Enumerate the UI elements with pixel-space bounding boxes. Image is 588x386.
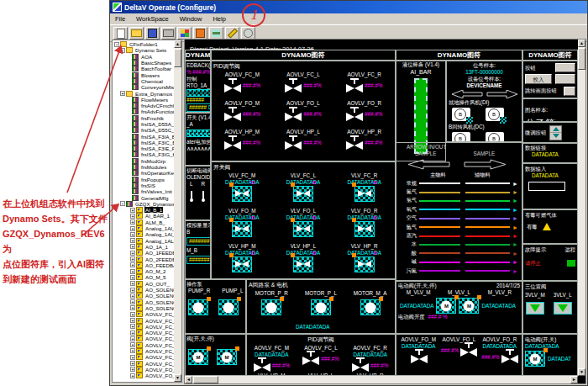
palette-symbol[interactable]: AOVLV_FO_R ###.#% xyxy=(333,100,395,129)
warning-triangle-icon[interactable] xyxy=(543,223,551,230)
palette-symbol[interactable]: VLV_FC_L DATADATADA xyxy=(273,172,334,208)
legend-row[interactable]: 氢气 xyxy=(398,197,522,205)
palette-symbol[interactable]: AOVLV_FC_L ###.#% xyxy=(273,71,334,100)
tree-item[interactable]: + AOVLV_FC_R_ xyxy=(113,354,174,360)
tree-item[interactable]: Chemical xyxy=(113,78,174,84)
scroll-left-icon[interactable]: ◄ xyxy=(185,376,192,383)
tree-expand-box[interactable]: + xyxy=(130,367,135,372)
canvas-vscrollbar[interactable]: ▲ ▼ xyxy=(578,40,585,376)
tree-expand-box[interactable]: + xyxy=(130,262,135,267)
motor-valve-icon[interactable]: M xyxy=(525,351,545,367)
tree-item[interactable]: frsISA_F3IA_B xyxy=(113,133,174,139)
tree-item[interactable]: frsSIS xyxy=(113,182,174,188)
tree-item[interactable]: + Extra_Dynamos xyxy=(113,90,174,96)
tree-expand-box[interactable]: + xyxy=(130,238,135,243)
tree-item[interactable]: + Analog_1AI_9 xyxy=(113,231,174,237)
tree-expand-box[interactable]: + xyxy=(130,226,135,231)
tree-item[interactable]: GeneralMfg xyxy=(113,194,174,200)
tree-item[interactable]: + AOVLV_FO_L_ xyxy=(113,367,174,373)
fan-icon[interactable]: B xyxy=(486,108,504,121)
tree-item[interactable]: + ALM_B_ xyxy=(113,219,174,225)
tree-item[interactable]: + AO_2FEEDBACK_ xyxy=(113,256,174,262)
tree-item[interactable]: + AI_BAR_1 xyxy=(113,213,174,219)
palette-symbol[interactable]: AOVLV_FC_M DATADATADA ###.#% xyxy=(247,345,297,373)
fan-icon[interactable]: B xyxy=(452,132,470,142)
solenoid-icon[interactable] xyxy=(189,191,194,202)
palette-symbol[interactable]: VLV_FC_M DATADATADA xyxy=(212,172,273,208)
data-input-field[interactable] xyxy=(528,182,565,191)
legend-row[interactable]: 氩气 xyxy=(398,223,522,231)
legend-row[interactable]: 蒸汽 xyxy=(398,231,522,240)
tree-expand-box[interactable]: + xyxy=(130,293,135,299)
tree-item[interactable]: FlowMeters xyxy=(113,97,174,103)
scroll-down-icon[interactable]: ▼ xyxy=(174,374,181,382)
tree-expand-box[interactable]: + xyxy=(130,336,135,341)
tree-expand-box[interactable]: + xyxy=(130,312,135,317)
data-display[interactable]: ###### DATA xyxy=(186,103,211,112)
tree-item[interactable]: frsAdvCFmchlk xyxy=(113,103,174,108)
tree-item[interactable]: frsModules xyxy=(113,164,174,170)
sample-arrow-right-icon[interactable] xyxy=(464,159,507,170)
tree-item[interactable]: + AOVLV_FC_M_2 xyxy=(113,330,174,336)
menu-item[interactable]: Window xyxy=(180,15,202,23)
analog-display[interactable]: ####### DATA xyxy=(186,237,211,246)
tree-item[interactable]: - CFixFolder1 xyxy=(113,41,174,47)
left-arrow-icon[interactable] xyxy=(451,90,483,98)
motor-valve-icon[interactable]: M xyxy=(217,349,237,365)
palette-symbol[interactable]: VLV_HP_L DATADATADA xyxy=(273,243,334,278)
tree-item[interactable]: frsISA_F3IC_B xyxy=(113,140,174,145)
tree-item[interactable]: + AO_M_2 xyxy=(113,268,174,274)
tree-expand-box[interactable]: + xyxy=(130,355,135,360)
tree-item[interactable]: frsISA_F3IG_H_I xyxy=(113,151,174,157)
palette-symbol[interactable]: AOVLV_FC_M ###.#% xyxy=(212,71,273,100)
tree-expand-box[interactable]: - xyxy=(120,201,125,206)
tree-item[interactable]: frsOperatorKeyBoa xyxy=(113,170,174,176)
palette-symbol[interactable]: MOTOR_P_L xyxy=(297,290,346,324)
toolbar-button[interactable] xyxy=(193,27,207,40)
motor-valve-icon[interactable]: M xyxy=(459,298,479,314)
legend-row[interactable]: 碱 xyxy=(398,258,522,267)
switch-value-box[interactable] xyxy=(186,130,211,137)
tree-expand-box[interactable]: + xyxy=(130,324,135,329)
legend-row[interactable]: 氮气 xyxy=(398,188,522,196)
tree-item[interactable]: + Analog_1AI_2B xyxy=(113,225,174,231)
sample-button[interactable] xyxy=(555,74,575,84)
tree-item[interactable]: AOA xyxy=(113,54,174,60)
tree-expand-box[interactable]: + xyxy=(130,275,135,280)
tree-expand-box[interactable]: + xyxy=(130,219,135,225)
toolbar-button[interactable] xyxy=(129,27,144,40)
right-arrow-icon[interactable] xyxy=(486,90,518,98)
legend-row[interactable]: 水 xyxy=(398,241,522,249)
palette-symbol[interactable]: MOTOR_M_A xyxy=(345,290,395,324)
pump-icon[interactable] xyxy=(218,299,239,315)
scroll-thumb[interactable] xyxy=(174,49,181,67)
palette-symbol[interactable]: VLV_FO_L DATADATADA xyxy=(273,208,334,243)
tree-expand-box[interactable]: + xyxy=(130,373,135,378)
palette-symbol[interactable]: AOVLV_FC_L ###.#% xyxy=(297,345,346,373)
tree-item[interactable]: BasicShapes xyxy=(113,60,174,66)
tree-item[interactable]: + AO_SOLENOID_M_4 xyxy=(113,299,174,304)
tree-expand-box[interactable]: + xyxy=(120,91,125,96)
tree-expand-box[interactable]: + xyxy=(130,305,135,310)
toolbar-button[interactable] xyxy=(113,27,128,40)
toolbar-button[interactable] xyxy=(161,27,176,40)
tree-expand-box[interactable]: + xyxy=(130,342,135,347)
palette-symbol[interactable]: AOVLV_HP_R ###.#% xyxy=(333,129,395,157)
tree-item[interactable]: frsAdvFunctions_F xyxy=(113,108,174,114)
tree-expand-box[interactable]: + xyxy=(130,288,135,293)
motor-valve-icon[interactable]: M xyxy=(436,298,456,314)
palette-symbol[interactable]: AOVLV_FO_M ###.#% xyxy=(212,100,273,129)
tree-expand-box[interactable]: + xyxy=(130,318,135,323)
legend-row[interactable]: 常规 xyxy=(398,179,522,188)
toolbar-button[interactable] xyxy=(177,27,192,40)
legend-row[interactable]: 氧气 xyxy=(398,205,522,214)
tree-item[interactable]: + AO_FEEDBACK_ xyxy=(113,262,174,268)
tree-item[interactable]: + AO_SOLENOID_M_ xyxy=(113,293,174,299)
fan-icon[interactable]: B xyxy=(486,132,504,142)
tree-expand-box[interactable]: - xyxy=(120,48,125,53)
tree-item[interactable]: frsModGrp xyxy=(113,158,174,164)
tree-item[interactable]: frsFmchlk xyxy=(113,115,174,121)
tree-item[interactable]: + AI_B_1 xyxy=(113,207,174,213)
legend-row[interactable]: 污氮 xyxy=(398,267,522,275)
solenoid-icon[interactable] xyxy=(201,191,206,202)
